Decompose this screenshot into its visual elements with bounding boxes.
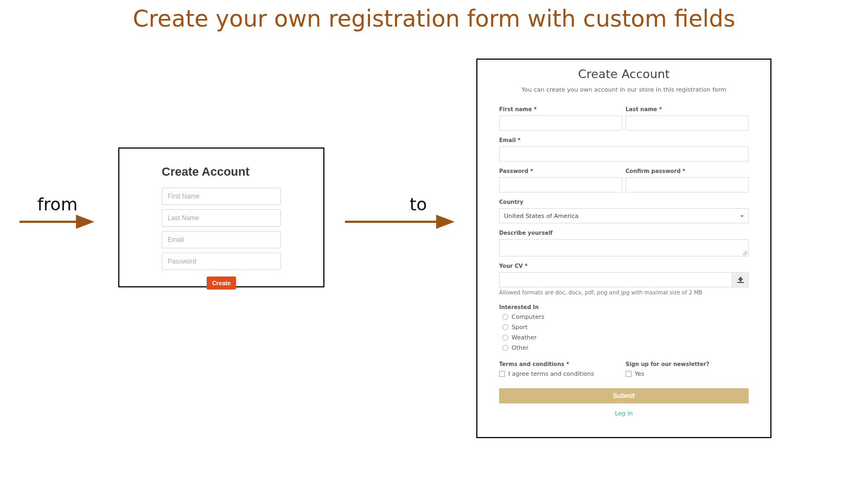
arrow-to-label: to — [345, 194, 459, 215]
ext-form-heading: Create Account — [481, 67, 767, 81]
simple-form-heading: Create Account — [162, 165, 281, 179]
email-label: Email * — [499, 137, 749, 143]
radio-icon — [502, 324, 508, 330]
radio-icon — [502, 335, 508, 341]
radio-icon — [502, 314, 508, 320]
cv-label: Your CV * — [499, 263, 749, 269]
interested-label: Interested In — [499, 304, 749, 310]
interest-option-computers[interactable]: Computers — [502, 313, 749, 320]
newsletter-checkbox-row[interactable]: Yes — [626, 370, 749, 377]
arrow-icon — [20, 216, 95, 228]
simple-form-card: Create Account Create — [118, 147, 324, 287]
ext-form-subtitle: You can create you own account in our st… — [481, 86, 767, 93]
country-select[interactable]: United States of America — [499, 208, 749, 223]
newsletter-label: Sign up for our newsletter? — [626, 361, 749, 367]
interest-option-weather[interactable]: Weather — [502, 334, 749, 341]
terms-label: Terms and conditions * — [499, 361, 622, 367]
upload-icon — [737, 277, 744, 283]
arrow-to: to — [345, 194, 459, 228]
last-name-label: Last name * — [626, 106, 749, 112]
country-label: Country — [499, 199, 749, 205]
interest-label: Computers — [512, 313, 544, 320]
arrow-icon — [345, 216, 459, 228]
ext-first-name-input[interactable] — [499, 115, 622, 131]
page-title: Create your own registration form with c… — [0, 5, 868, 32]
arrow-from: from — [20, 194, 95, 228]
interest-option-sport[interactable]: Sport — [502, 324, 749, 331]
ext-confirm-password-input[interactable] — [626, 177, 749, 192]
interest-label: Weather — [512, 334, 537, 341]
confirm-password-label: Confirm password * — [626, 168, 749, 174]
submit-button[interactable]: Submit — [499, 388, 749, 403]
interest-option-other[interactable]: Other — [502, 344, 749, 351]
password-input[interactable] — [162, 253, 281, 270]
last-name-input[interactable] — [162, 209, 281, 227]
first-name-label: First name * — [499, 106, 622, 112]
newsletter-checkbox-label: Yes — [635, 370, 644, 377]
checkbox-icon — [499, 371, 505, 377]
extended-form-card: Create Account You can create you own ac… — [476, 59, 771, 438]
resize-handle-icon — [742, 249, 747, 255]
interest-label: Sport — [512, 324, 528, 331]
ext-last-name-input[interactable] — [626, 115, 749, 131]
ext-password-input[interactable] — [499, 177, 622, 192]
ext-email-input[interactable] — [499, 146, 749, 162]
describe-label: Describe yourself — [499, 230, 749, 236]
terms-checkbox-row[interactable]: I agree terms and conditions — [499, 370, 622, 377]
email-input[interactable] — [162, 231, 281, 248]
checkbox-icon — [626, 371, 631, 377]
create-button[interactable]: Create — [207, 277, 236, 290]
radio-icon — [502, 345, 508, 351]
cv-hint: Allowed formats are doc, docx, pdf, png … — [499, 290, 749, 296]
interest-label: Other — [512, 344, 528, 351]
describe-textarea[interactable] — [499, 239, 749, 256]
password-label: Password * — [499, 168, 622, 174]
cv-upload-button[interactable] — [732, 272, 749, 287]
terms-checkbox-label: I agree terms and conditions — [508, 370, 594, 377]
login-link[interactable]: Log in — [499, 410, 749, 417]
chevron-down-icon — [741, 215, 744, 217]
first-name-input[interactable] — [162, 188, 281, 205]
cv-file-path[interactable] — [499, 272, 732, 287]
country-select-value: United States of America — [504, 213, 578, 220]
arrow-from-label: from — [20, 194, 95, 215]
